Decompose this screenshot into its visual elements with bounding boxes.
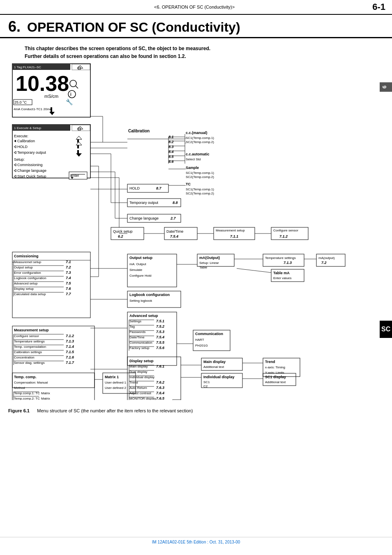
svg-text:c.c.(manual): c.c.(manual) <box>186 131 208 135</box>
svg-text:1  Execute & Setup: 1 Execute & Setup <box>14 126 42 130</box>
svg-marker-29 <box>14 151 16 154</box>
svg-rect-34 <box>77 145 79 148</box>
svg-text:7.1.6: 7.1.6 <box>66 355 74 359</box>
svg-text:7.3: 7.3 <box>66 271 71 275</box>
svg-marker-25 <box>14 140 16 142</box>
svg-text:8.7: 8.7 <box>156 186 162 190</box>
svg-text:HART: HART <box>195 338 204 342</box>
svg-text:mA(output): mA(output) <box>318 256 335 260</box>
svg-text:Method: Method <box>14 386 25 390</box>
svg-text:Change language: Change language <box>129 216 159 220</box>
svg-text:Temp. comp.: Temp. comp. <box>14 375 37 379</box>
svg-text:Quick setup: Quick setup <box>113 229 133 234</box>
svg-text:HOLD: HOLD <box>129 186 140 190</box>
svg-text:7.5.6: 7.5.6 <box>156 346 165 350</box>
svg-text:Execute:: Execute: <box>14 134 28 138</box>
svg-text:Temporary output: Temporary output <box>17 150 46 155</box>
svg-text:SC1(Temp.comp.1): SC1(Temp.comp.1) <box>186 136 214 140</box>
svg-marker-33 <box>76 142 82 145</box>
chapter-title: 6. OPERATION OF SC (Conductivity) <box>8 18 384 35</box>
svg-text:7.4: 7.4 <box>66 276 71 280</box>
svg-text:6.2: 6.2 <box>118 234 123 238</box>
header-bar: <6. OPERATION OF SC (Conductivity)> 6-1 <box>0 0 392 15</box>
intro-text: This chapter describes the screen operat… <box>0 42 392 63</box>
svg-text:25.0 °C: 25.0 °C <box>14 100 27 104</box>
svg-text:Enter values: Enter values <box>273 276 291 280</box>
svg-text:Calibration settings: Calibration settings <box>14 350 42 354</box>
svg-text:Matrix 1: Matrix 1 <box>105 375 119 379</box>
svg-text:i: i <box>70 92 71 97</box>
svg-text:Select Std: Select Std <box>186 157 201 161</box>
svg-text:SC2(Temp.comp.2): SC2(Temp.comp.2) <box>186 192 214 195</box>
svg-text:Measuremet setup: Measuremet setup <box>14 260 42 264</box>
footer-text: IM 12A01A02-01E 5th Edition : Oct. 31, 2… <box>152 540 240 544</box>
svg-text:Additional text: Additional text <box>265 380 286 384</box>
svg-text:SC1(Temp.comp.1): SC1(Temp.comp.1) <box>186 171 214 175</box>
svg-text:7.1.3: 7.1.3 <box>66 339 74 343</box>
svg-text:7.2: 7.2 <box>321 261 327 265</box>
svg-text:Y-axis: Limits: Y-axis: Limits <box>265 371 284 375</box>
svg-text:Advanced setup: Advanced setup <box>129 314 158 318</box>
svg-text:Compensation: Manual: Compensation: Manual <box>14 381 48 384</box>
svg-text:8.3: 8.3 <box>168 145 174 149</box>
chapter-title-area: 6. OPERATION OF SC (Conductivity) <box>0 15 392 38</box>
svg-text:7.6.3: 7.6.3 <box>156 386 164 390</box>
chapter-number: 6. <box>8 18 21 35</box>
svg-text:Commissioning: Commissioning <box>17 163 43 167</box>
svg-text:Calibration: Calibration <box>17 139 35 143</box>
svg-text:SC1(Temp.comp.1): SC1(Temp.comp.1) <box>186 187 214 191</box>
svg-marker-31 <box>76 136 82 139</box>
svg-text:7.6.4: 7.6.4 <box>156 391 164 395</box>
svg-text:Display setup: Display setup <box>14 287 34 291</box>
svg-text:Matrix: Matrix <box>41 397 50 400</box>
svg-text:PH201G: PH201G <box>195 344 208 347</box>
svg-text:1 Tag:FLXA21–SC: 1 Tag:FLXA21–SC <box>14 65 41 69</box>
svg-text:C2: C2 <box>203 384 208 388</box>
svg-text:Additional text: Additional text <box>203 365 224 369</box>
svg-text:Display setup: Display setup <box>129 359 154 363</box>
figure-label: Figure 6.1 <box>8 408 30 413</box>
header-center-text: <6. OPERATION OF SC (Conductivity)> <box>16 5 372 9</box>
header-page-num: 6-1 <box>372 2 385 12</box>
svg-text:7.6.2: 7.6.2 <box>156 380 164 384</box>
svg-text:7.5.5: 7.5.5 <box>156 340 165 345</box>
svg-text:Table mA: Table mA <box>273 271 290 275</box>
svg-text:7.1.5: 7.1.5 <box>66 350 74 354</box>
svg-text:Comissioning: Comissioning <box>14 254 39 258</box>
svg-point-7 <box>70 80 76 87</box>
svg-text:7.5.4: 7.5.4 <box>156 335 164 339</box>
svg-text:Advanced setup: Advanced setup <box>14 282 38 285</box>
svg-text:Measurement setup: Measurement setup <box>216 229 245 232</box>
svg-text:8.2: 8.2 <box>168 140 174 144</box>
svg-rect-36 <box>77 150 79 153</box>
svg-text:Temp. compensdation: Temp. compensdation <box>14 345 46 349</box>
svg-text:Error configuration: Error configuration <box>14 271 41 275</box>
svg-text:Individual display: Individual display <box>203 375 235 379</box>
svg-text:Temperature settings: Temperature settings <box>14 340 45 343</box>
svg-text:7.5.2: 7.5.2 <box>156 324 164 328</box>
footer: IM 12A01A02-01E 5th Edition : Oct. 31, 2… <box>0 537 392 547</box>
svg-text:Configure Hold: Configure Hold <box>129 274 151 278</box>
svg-text:7.1.4: 7.1.4 <box>66 345 74 349</box>
menu-structure-diagram: 1 Tag:FLXA21–SC 10.38 mS/cm i 25.0 °C 🔧 … <box>8 63 378 400</box>
svg-text:7.5.3: 7.5.3 <box>156 330 164 334</box>
svg-text:7.1.1: 7.1.1 <box>230 234 238 238</box>
figure-text: Menu structure of SC (the number after t… <box>37 408 193 413</box>
svg-text:7.1: 7.1 <box>66 260 71 264</box>
svg-text:2.7: 2.7 <box>170 216 176 220</box>
svg-marker-42 <box>14 175 16 178</box>
svg-text:Temp.comp.2: TC: Temp.comp.2: TC <box>14 397 40 400</box>
svg-text:Change language: Change language <box>17 169 46 173</box>
svg-text:c.c.automatic: c.c.automatic <box>186 152 210 156</box>
svg-text:Temperature settings: Temperature settings <box>265 256 296 260</box>
svg-text:7.1.7: 7.1.7 <box>66 361 74 365</box>
svg-text:mA: Output: mA: Output <box>129 262 146 266</box>
svg-marker-16 <box>49 112 55 115</box>
intro-line2: Further details of screen operations can… <box>25 53 367 60</box>
svg-text:Setting logbook: Setting logbook <box>129 299 152 303</box>
svg-text:Matrix: Matrix <box>41 391 50 395</box>
svg-text:Trend: Trend <box>265 360 275 364</box>
svg-rect-21 <box>72 125 90 131</box>
svg-text:Setup:: Setup: <box>14 157 25 162</box>
svg-text:Setup: Linear: Setup: Linear <box>199 261 219 265</box>
